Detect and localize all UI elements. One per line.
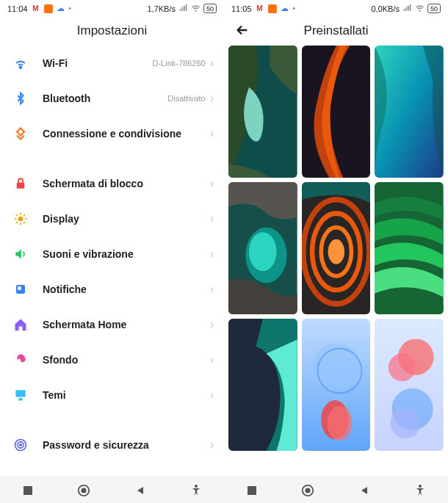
row-label: Display (43, 213, 210, 225)
wallpaper-icon (12, 352, 29, 367)
home-icon (12, 317, 29, 332)
more-icon: • (69, 4, 72, 12)
app-icon (268, 4, 277, 13)
page-title: Preinstallati (304, 23, 369, 38)
settings-item-notifications[interactable]: Notifiche › (0, 272, 224, 307)
bell-icon (12, 282, 29, 297)
svg-point-0 (20, 67, 22, 69)
signal-icon (402, 3, 412, 14)
svg-point-20 (328, 239, 344, 264)
settings-screen: 11:04 M ☁ • 1,7KB/s 50 Impostazioni Wi-F… (0, 0, 224, 503)
settings-item-connection[interactable]: Connessione e condivisione › (0, 116, 224, 151)
row-label: Sfondo (43, 354, 210, 366)
lock-icon (12, 176, 29, 191)
svg-rect-1 (17, 183, 25, 189)
sun-icon (12, 211, 29, 226)
battery-icon: 50 (427, 4, 441, 13)
wallpaper-thumb[interactable] (302, 182, 371, 314)
chevron-right-icon: › (210, 353, 214, 366)
wallpapers-header: Preinstallati (224, 16, 448, 46)
chevron-right-icon: › (210, 57, 214, 70)
wallpaper-grid[interactable] (224, 46, 448, 503)
chevron-right-icon: › (210, 388, 214, 402)
fingerprint-icon (12, 438, 29, 452)
status-time: 11:05 (231, 4, 252, 13)
settings-item-security[interactable]: Password e sicurezza › (0, 427, 224, 463)
settings-item-lockscreen[interactable]: Schermata di blocco › (0, 166, 224, 201)
signal-icon (178, 3, 188, 14)
android-nav-bar (0, 477, 448, 503)
wallpaper-thumb[interactable] (228, 182, 297, 314)
row-label: Schermata Home (43, 319, 210, 330)
wallpaper-thumb[interactable] (302, 319, 371, 451)
app-icon (44, 4, 53, 13)
status-time: 11:04 (7, 4, 28, 13)
svg-point-39 (306, 488, 311, 493)
svg-point-32 (391, 408, 421, 439)
row-label: Notifiche (43, 283, 210, 295)
settings-item-home[interactable]: Schermata Home › (0, 307, 224, 342)
weather-icon: ☁ (281, 4, 289, 13)
chevron-right-icon: › (210, 92, 214, 105)
chevron-right-icon: › (210, 438, 214, 452)
battery-icon: 50 (203, 4, 217, 13)
svg-rect-5 (15, 390, 25, 397)
svg-rect-37 (248, 486, 256, 495)
settings-item-bluetooth[interactable]: Bluetooth Disattivato › (0, 81, 224, 116)
gmail-icon: M (256, 4, 264, 13)
nav-back-button[interactable] (133, 483, 148, 498)
svg-point-2 (18, 217, 24, 222)
settings-item-themes[interactable]: Temi › (0, 377, 224, 413)
nav-accessibility-button[interactable] (413, 483, 427, 498)
wallpaper-thumb[interactable] (228, 319, 297, 451)
settings-item-display[interactable]: Display › (0, 201, 224, 236)
nav-recent-button[interactable] (245, 483, 259, 498)
row-label: Bluetooth (43, 93, 167, 104)
nav-home-button[interactable] (300, 483, 315, 498)
row-value: Disattivato (167, 94, 205, 103)
back-button[interactable] (234, 22, 250, 42)
nav-accessibility-button[interactable] (189, 483, 203, 498)
chevron-right-icon: › (210, 283, 214, 296)
wallpapers-screen: 11:05 M ☁ • 0,0KB/s 50 Preinstallati (224, 0, 448, 503)
wifi-status-icon (415, 3, 424, 14)
network-speed: 0,0KB/s (371, 4, 400, 13)
chevron-right-icon: › (210, 318, 214, 331)
wallpaper-thumb[interactable] (375, 319, 444, 451)
svg-rect-33 (24, 486, 32, 495)
chevron-right-icon: › (210, 212, 214, 225)
nav-home-button[interactable] (76, 483, 91, 498)
nav-back-button[interactable] (357, 483, 372, 498)
weather-icon: ☁ (57, 4, 65, 13)
svg-point-9 (20, 444, 22, 446)
settings-item-sound[interactable]: Suoni e vibrazione › (0, 236, 224, 272)
svg-point-27 (327, 406, 352, 441)
row-label: Password e sicurezza (43, 439, 210, 451)
row-label: Temi (43, 389, 210, 401)
bluetooth-icon (12, 91, 29, 106)
network-speed: 1,7KB/s (147, 4, 176, 13)
share-icon (12, 126, 29, 141)
nav-recent-button[interactable] (21, 483, 35, 498)
wallpaper-thumb[interactable] (375, 46, 444, 178)
more-icon: • (293, 4, 296, 12)
wallpaper-thumb[interactable] (228, 46, 297, 178)
svg-point-30 (389, 354, 416, 382)
chevron-right-icon: › (210, 127, 214, 140)
row-label: Connessione e condivisione (43, 128, 210, 140)
svg-point-40 (419, 485, 422, 488)
themes-icon (12, 388, 29, 402)
settings-list[interactable]: Wi-Fi D-Link-786260 › Bluetooth Disattiv… (0, 46, 224, 503)
row-label: Suoni e vibrazione (43, 248, 210, 260)
settings-item-wallpaper[interactable]: Sfondo › (0, 342, 224, 377)
wifi-icon (12, 56, 29, 70)
wallpaper-thumb[interactable] (375, 182, 444, 314)
settings-item-wifi[interactable]: Wi-Fi D-Link-786260 › (0, 46, 224, 81)
wallpaper-thumb[interactable] (302, 46, 371, 178)
wifi-status-icon (191, 3, 200, 14)
row-value: D-Link-786260 (153, 59, 206, 68)
svg-point-24 (312, 343, 361, 391)
svg-point-36 (195, 485, 198, 488)
gmail-icon: M (32, 4, 40, 13)
svg-point-15 (249, 232, 276, 271)
